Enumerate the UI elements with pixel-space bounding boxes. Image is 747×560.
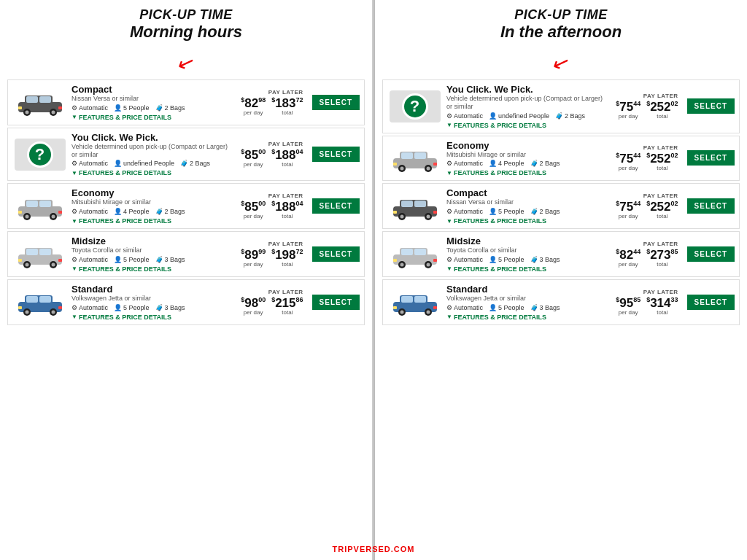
car-specs: ⚙Automatic👤undefined People🧳2 Bags (71, 160, 233, 167)
left-pickup-time: Morning hours (7, 23, 365, 42)
price-total: $19872 total (271, 249, 303, 268)
spec-text: Automatic (454, 208, 483, 215)
features-link[interactable]: ▼ FEATURES & PRICE DETAILS (446, 122, 608, 129)
spec-item: 👤5 People (489, 256, 525, 263)
svg-point-35 (25, 311, 28, 314)
price-day-value: $7544 (616, 152, 640, 165)
select-button[interactable]: SELECT (687, 198, 735, 214)
car-name: Standard (71, 284, 233, 295)
price-per-day: $8500 per day (241, 149, 266, 168)
per-day-label: per day (244, 309, 263, 316)
car-info: Standard Volkswagen Jetta or similar ⚙Au… (71, 284, 233, 321)
svg-point-27 (51, 262, 55, 266)
price-per-day: $8298 per day (241, 97, 266, 116)
car-specs: ⚙Automatic👤5 People🧳3 Bags (71, 304, 233, 311)
select-button[interactable]: SELECT (312, 95, 360, 110)
select-button[interactable]: SELECT (687, 246, 735, 262)
spec-text: 5 People (123, 104, 150, 112)
select-button[interactable]: SELECT (687, 98, 735, 114)
prices: $9800 per day $21586 total (241, 297, 303, 316)
chevron-down-icon: ▼ (446, 314, 452, 320)
car-item: Standard Volkswagen Jetta or similar ⚙Au… (382, 279, 740, 325)
svg-rect-53 (414, 201, 426, 207)
car-specs: ⚙Automatic👤5 People🧳3 Bags (446, 256, 608, 263)
features-link[interactable]: ▼ FEATURES & PRICE DETAILS (71, 169, 233, 176)
price-total: $25202 total (646, 152, 678, 171)
car-specs: ⚙Automatic👤5 People🧳3 Bags (71, 256, 233, 263)
car-item: Economy Mitsubishi Mirage or similar ⚙Au… (382, 136, 740, 182)
car-specs: ⚙Automatic👤5 People🧳2 Bags (446, 208, 608, 215)
price-day-value: $8500 (241, 149, 266, 161)
svg-rect-63 (414, 249, 426, 255)
svg-rect-62 (401, 249, 413, 255)
car-subtitle: Mitsubishi Mirage or similar (446, 151, 608, 159)
price-section: PAY LATER $7544 per day $25202 total (613, 192, 678, 219)
spec-item: ⚙Automatic (446, 160, 483, 167)
price-section: PAY LATER $9585 per day $31433 total (613, 289, 678, 316)
price-day-value: $9585 (616, 297, 640, 309)
price-per-day: $8999 per day (241, 249, 266, 268)
price-total-value: $25202 (646, 101, 678, 113)
select-button[interactable]: SELECT (312, 147, 360, 162)
features-link[interactable]: ▼ FEATURES & PRICE DETAILS (446, 217, 608, 225)
per-day-label: per day (244, 109, 263, 116)
car-info: Compact Nissan Versa or similar ⚙Automat… (446, 187, 608, 225)
svg-rect-42 (401, 152, 413, 159)
pay-later-label: PAY LATER (268, 141, 303, 147)
chevron-down-icon: ▼ (71, 114, 77, 120)
spec-text: 2 Bags (165, 208, 185, 215)
price-day-value: $7544 (616, 201, 640, 213)
spec-text: Automatic (79, 304, 108, 311)
spec-text: undefined People (498, 112, 549, 120)
pay-later-label: PAY LATER (643, 289, 678, 295)
total-label: total (282, 213, 293, 219)
car-info: You Click. We Pick. Vehicle determined u… (446, 84, 608, 129)
car-specs: ⚙Automatic👤5 People🧳2 Bags (71, 104, 233, 112)
spec-item: 🧳2 Bags (555, 112, 585, 120)
features-link[interactable]: ▼ FEATURES & PRICE DETAILS (71, 265, 233, 273)
price-section: PAY LATER $8500 per day $18804 total (238, 141, 303, 168)
price-total-value: $18372 (271, 97, 303, 109)
svg-rect-19 (58, 211, 62, 214)
spec-item: ⚙Automatic (446, 208, 483, 215)
spec-icon: 🧳 (155, 208, 163, 215)
svg-rect-23 (39, 249, 51, 255)
svg-rect-78 (393, 306, 397, 309)
svg-rect-73 (414, 296, 426, 303)
left-header: PICK-UP TIME Morning hours (7, 7, 365, 45)
features-link[interactable]: ▼ FEATURES & PRICE DETAILS (71, 114, 233, 121)
spec-item: 🧳2 Bags (155, 104, 185, 112)
svg-rect-33 (39, 296, 51, 303)
svg-rect-9 (58, 106, 62, 109)
spec-item: 👤4 People (489, 160, 525, 167)
per-day-label: per day (619, 165, 638, 171)
svg-rect-2 (26, 96, 38, 103)
svg-rect-69 (433, 259, 437, 262)
svg-rect-68 (393, 259, 397, 262)
price-section: PAY LATER $7544 per day $25202 total (613, 144, 678, 171)
per-day-label: per day (619, 213, 638, 219)
chevron-down-icon: ▼ (446, 122, 452, 128)
features-link[interactable]: ▼ FEATURES & PRICE DETAILS (446, 169, 608, 176)
spec-icon: ⚙ (71, 304, 77, 311)
right-pickup-label: PICK-UP TIME (382, 7, 740, 23)
select-button[interactable]: SELECT (687, 295, 735, 310)
total-label: total (657, 309, 667, 316)
svg-point-45 (400, 166, 403, 170)
features-link[interactable]: ▼ FEATURES & PRICE DETAILS (446, 265, 608, 273)
select-button[interactable]: SELECT (312, 295, 360, 310)
spec-item: ⚙Automatic (71, 104, 108, 112)
car-name: Economy (71, 187, 233, 198)
features-link[interactable]: ▼ FEATURES & PRICE DETAILS (71, 217, 233, 225)
spec-icon: 🧳 (530, 160, 538, 167)
svg-point-5 (25, 111, 28, 114)
select-button[interactable]: SELECT (687, 150, 735, 166)
car-name: Midsize (446, 236, 608, 246)
features-link[interactable]: ▼ FEATURES & PRICE DETAILS (446, 314, 608, 321)
spec-item: 🧳3 Bags (530, 304, 560, 311)
select-button[interactable]: SELECT (312, 198, 360, 214)
spec-icon: ⚙ (71, 208, 77, 215)
select-button[interactable]: SELECT (312, 246, 360, 262)
features-link[interactable]: ▼ FEATURES & PRICE DETAILS (71, 314, 233, 321)
chevron-down-icon: ▼ (71, 265, 77, 272)
